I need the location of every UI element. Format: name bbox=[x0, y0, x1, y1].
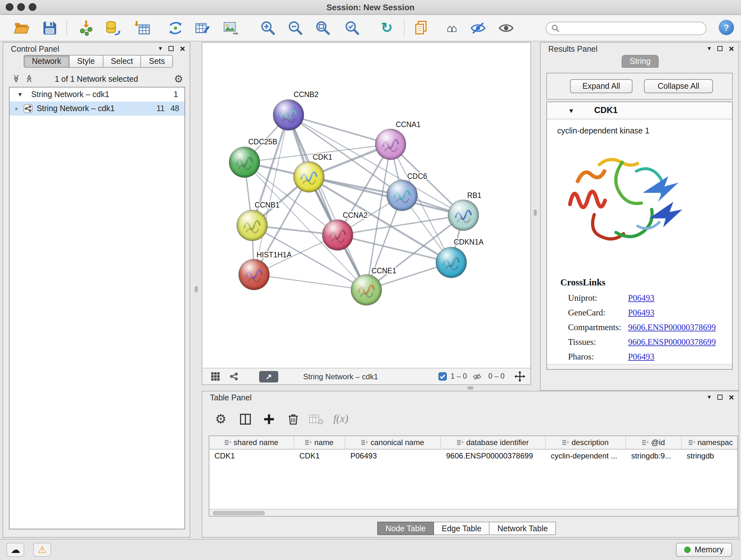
crosslink-link[interactable]: P06493 bbox=[628, 293, 655, 303]
network-edge[interactable] bbox=[288, 115, 366, 290]
birdseye-grid-icon[interactable] bbox=[211, 372, 220, 383]
image-export-icon[interactable] bbox=[223, 20, 239, 37]
crosslink-link[interactable]: 9606.ENSP00000378699 bbox=[628, 322, 716, 333]
warning-icon[interactable]: ⚠ bbox=[33, 543, 51, 557]
crosslink-link[interactable]: P06493 bbox=[628, 308, 655, 318]
houses-icon[interactable]: ⌂⌂ bbox=[442, 20, 459, 37]
node-CDK1[interactable] bbox=[293, 162, 324, 192]
node-CCNB1[interactable] bbox=[237, 210, 267, 241]
refresh-icon[interactable]: ↻ bbox=[379, 20, 395, 37]
folder-open-icon[interactable] bbox=[13, 20, 30, 37]
panel-float-icon[interactable] bbox=[718, 46, 723, 51]
share-network-icon[interactable] bbox=[229, 372, 239, 383]
open-in-window-button[interactable]: ↗ bbox=[259, 371, 278, 382]
zoom-selected-icon[interactable] bbox=[344, 20, 360, 37]
copy-documents-icon[interactable] bbox=[414, 20, 430, 37]
scrollbar-thumb[interactable] bbox=[212, 511, 265, 515]
save-icon[interactable] bbox=[42, 20, 58, 37]
zoom-in-icon[interactable] bbox=[260, 20, 276, 37]
zoom-out-icon[interactable] bbox=[287, 20, 304, 37]
tab-sets[interactable]: Sets bbox=[141, 55, 173, 68]
results-scrollbar[interactable] bbox=[547, 364, 732, 369]
node-CCNA1[interactable] bbox=[375, 129, 406, 160]
column-header[interactable]: database identifier bbox=[441, 436, 546, 449]
column-header[interactable]: @id bbox=[626, 436, 682, 449]
trash-icon[interactable] bbox=[285, 411, 301, 427]
table-cell[interactable]: stringdb bbox=[682, 449, 738, 462]
eye-icon[interactable] bbox=[498, 20, 515, 37]
table-export-icon[interactable] bbox=[195, 20, 211, 37]
tab-network-table[interactable]: Network Table bbox=[490, 522, 556, 535]
table-import-icon[interactable] bbox=[134, 20, 151, 37]
table-cell[interactable]: stringdb:9... bbox=[626, 449, 682, 462]
network-edge[interactable] bbox=[288, 115, 391, 144]
node-CCNB2[interactable] bbox=[273, 100, 304, 130]
crosslink-link[interactable]: P06493 bbox=[628, 352, 655, 362]
collapse-all-button[interactable]: Collapse All bbox=[644, 79, 713, 93]
disclosure-triangle-icon[interactable]: ▼ bbox=[17, 91, 23, 98]
table-gear-icon[interactable]: ⚙ bbox=[212, 411, 229, 427]
panel-float-icon[interactable] bbox=[718, 394, 723, 399]
tab-select[interactable]: Select bbox=[103, 55, 141, 68]
search-input[interactable] bbox=[563, 24, 701, 33]
gear-icon[interactable]: ⚙ bbox=[174, 73, 183, 85]
tab-style[interactable]: Style bbox=[70, 55, 104, 68]
column-header[interactable]: name bbox=[294, 436, 345, 449]
database-import-icon[interactable] bbox=[105, 20, 121, 37]
horizontal-splitter-handle[interactable] bbox=[467, 386, 474, 389]
tab-edge-table[interactable]: Edge Table bbox=[434, 522, 490, 535]
network-edge[interactable] bbox=[309, 177, 463, 215]
search-box[interactable] bbox=[546, 22, 706, 35]
eye-off-icon[interactable] bbox=[470, 20, 486, 37]
node-CDKN1A[interactable] bbox=[436, 247, 467, 278]
node-HIST1H1A[interactable] bbox=[239, 259, 269, 290]
gene-section-header[interactable]: ▼ CDK1 bbox=[547, 102, 732, 119]
zoom-fit-icon[interactable] bbox=[315, 20, 331, 37]
columns-icon[interactable] bbox=[237, 411, 253, 427]
node-CDC6[interactable] bbox=[387, 180, 417, 211]
column-header[interactable]: canonical name bbox=[345, 436, 441, 449]
selected-checkbox-icon[interactable] bbox=[439, 372, 447, 382]
tab-string[interactable]: String bbox=[622, 55, 659, 68]
tab-network[interactable]: Network bbox=[23, 55, 70, 68]
panel-close-icon[interactable]: × bbox=[729, 45, 734, 51]
node-CDC25B[interactable] bbox=[229, 147, 260, 178]
panel-collapse-icon[interactable]: ▾ bbox=[708, 393, 711, 400]
hidden-eye-icon[interactable] bbox=[472, 372, 482, 383]
vertical-splitter-handle[interactable] bbox=[534, 209, 537, 216]
panel-collapse-icon[interactable]: ▾ bbox=[159, 45, 162, 52]
help-button[interactable]: ? bbox=[719, 20, 734, 35]
memory-button[interactable]: Memory bbox=[676, 543, 732, 557]
panel-collapse-icon[interactable]: ▾ bbox=[708, 45, 711, 52]
column-header[interactable]: shared name bbox=[209, 436, 294, 449]
table-horizontal-scrollbar[interactable] bbox=[209, 509, 737, 516]
add-column-icon[interactable] bbox=[260, 411, 277, 427]
table-cell[interactable]: P06493 bbox=[345, 449, 441, 462]
function-builder-icon[interactable]: f(x) bbox=[333, 411, 349, 427]
cloud-icon[interactable]: ☁ bbox=[6, 543, 24, 557]
node-CCNE1[interactable] bbox=[351, 274, 382, 305]
table-cell[interactable]: CDK1 bbox=[294, 449, 345, 462]
vertical-splitter-handle[interactable] bbox=[195, 286, 198, 293]
panel-float-icon[interactable] bbox=[169, 46, 174, 51]
node-RB1[interactable] bbox=[448, 200, 479, 231]
move-crosshair-icon[interactable] bbox=[515, 371, 525, 384]
network-row[interactable]: ● String Network – cdk1 11 48 bbox=[10, 102, 185, 116]
disclosure-triangle-icon[interactable]: ▼ bbox=[568, 107, 575, 114]
table-cell[interactable]: cyclin-dependent ... bbox=[546, 449, 626, 462]
network-edge[interactable] bbox=[254, 274, 366, 290]
table-cell[interactable]: 9606.ENSP00000378699 bbox=[441, 449, 546, 462]
column-header[interactable]: description bbox=[546, 436, 626, 449]
crosslink-link[interactable]: 9606.ENSP00000378699 bbox=[628, 337, 716, 348]
tab-node-table[interactable]: Node Table bbox=[377, 522, 434, 535]
network-arrows-icon[interactable] bbox=[167, 20, 184, 37]
table-row[interactable]: CDK1CDK1P064939606.ENSP00000378699cyclin… bbox=[209, 449, 737, 462]
panel-close-icon[interactable]: × bbox=[729, 394, 734, 400]
network-collection-row[interactable]: ▼ String Network – cdk1 1 bbox=[10, 87, 185, 102]
panel-close-icon[interactable]: × bbox=[180, 45, 185, 51]
network-canvas[interactable]: CCNB2CCNA1CDC25BCDK1CDC6RB1CCNB1CCNA2CDK… bbox=[202, 43, 530, 368]
node-CCNA2[interactable] bbox=[322, 220, 353, 250]
file-network-import-icon[interactable] bbox=[78, 20, 94, 37]
column-header[interactable]: namespac bbox=[682, 436, 737, 449]
expand-all-button[interactable]: Expand All bbox=[570, 79, 632, 93]
